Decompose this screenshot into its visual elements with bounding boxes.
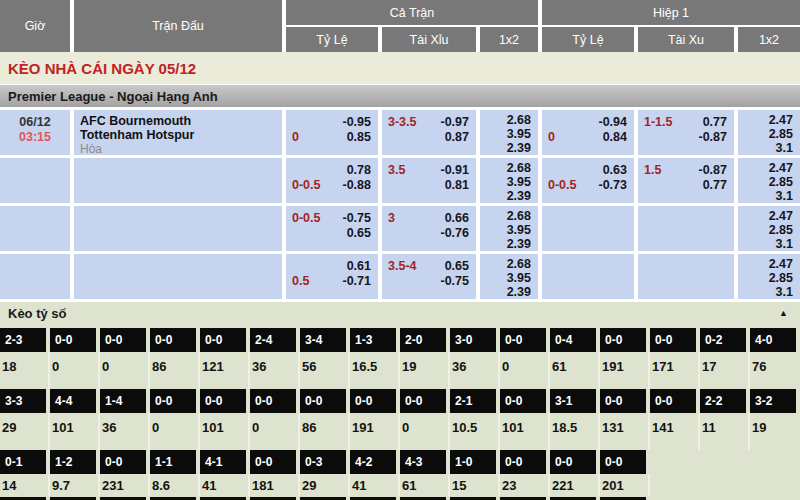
score-odd[interactable]: 41 (350, 474, 400, 496)
score-cell[interactable]: 2-4 (250, 328, 296, 352)
score-cell[interactable]: 1-4 (100, 389, 146, 413)
score-cell[interactable]: 4-2 (350, 450, 396, 474)
score-odd[interactable]: 121 (200, 352, 250, 389)
ft-handicap-odds[interactable]: 0.610.5-0.71 (286, 254, 378, 299)
score-cell[interactable]: 0-0 (50, 328, 96, 352)
score-odd[interactable]: 86 (150, 352, 200, 389)
score-cell[interactable]: 1-1 (150, 450, 196, 474)
score-odd[interactable]: 0 (500, 352, 550, 389)
score-odd[interactable]: 23 (500, 474, 550, 496)
score-cell[interactable]: 0-0 (300, 389, 346, 413)
score-odd[interactable]: 0 (100, 352, 150, 389)
score-cell[interactable]: 3-1 (550, 389, 596, 413)
score-odd[interactable]: 0 (400, 413, 450, 450)
h1-1x2-odds[interactable]: 2.472.853.1 (738, 254, 800, 299)
ft-1x2-odds[interactable]: 2.683.952.39 (480, 158, 538, 203)
score-odd[interactable]: 36 (250, 352, 300, 389)
score-odd[interactable]: 18.5 (550, 413, 600, 450)
collapse-arrow-icon[interactable]: ▲ (779, 308, 788, 318)
score-odd[interactable]: 191 (350, 413, 400, 450)
score-cell[interactable]: 2-3 (0, 328, 46, 352)
score-odd[interactable]: 19 (750, 413, 800, 450)
score-odd[interactable]: 191 (600, 352, 650, 389)
score-odd[interactable]: 29 (300, 474, 350, 496)
score-cell[interactable]: 0-0 (150, 328, 196, 352)
score-cell[interactable]: 3-4 (300, 328, 346, 352)
h1-handicap-odds[interactable] (542, 206, 634, 251)
score-odd[interactable]: 19 (400, 352, 450, 389)
ft-handicap-odds[interactable]: -0.9500.85 (286, 110, 378, 155)
score-cell[interactable]: 0-0 (650, 389, 696, 413)
score-odd[interactable]: 18 (0, 352, 50, 389)
score-cell[interactable]: 0-1 (0, 450, 46, 474)
h1-overunder-odds[interactable]: 1.5-0.870.77 (638, 158, 734, 203)
ft-1x2-odds[interactable]: 2.683.952.39 (480, 206, 538, 251)
score-odd[interactable]: 10.5 (450, 413, 500, 450)
score-odd[interactable]: 101 (50, 413, 100, 450)
score-odd[interactable]: 17 (700, 352, 750, 389)
score-odd[interactable]: 29 (0, 413, 50, 450)
score-odd[interactable]: 15 (450, 474, 500, 496)
h1-1x2-odds[interactable]: 2.472.853.1 (738, 206, 800, 251)
ft-1x2-odds[interactable]: 2.683.952.39 (480, 254, 538, 299)
ft-1x2-odds[interactable]: 2.683.952.39 (480, 110, 538, 155)
score-cell[interactable]: 4-1 (200, 450, 246, 474)
score-cell[interactable]: 0-0 (500, 450, 546, 474)
score-cell[interactable]: 0-0 (550, 450, 596, 474)
score-odd[interactable]: 181 (250, 474, 300, 496)
h1-1x2-odds[interactable]: 2.472.853.1 (738, 158, 800, 203)
score-cell[interactable]: 0-0 (500, 389, 546, 413)
score-cell[interactable]: 0-2 (700, 328, 746, 352)
score-cell[interactable]: 2-2 (700, 389, 746, 413)
score-odd[interactable]: 9.7 (50, 474, 100, 496)
score-odd[interactable]: 56 (300, 352, 350, 389)
score-cell[interactable]: 0-0 (600, 389, 646, 413)
score-odd[interactable]: 221 (550, 474, 600, 496)
score-cell[interactable]: 0-0 (350, 389, 396, 413)
score-cell[interactable]: 0-0 (400, 389, 446, 413)
score-odd[interactable]: 36 (450, 352, 500, 389)
score-cell[interactable]: 0-0 (200, 389, 246, 413)
score-odd[interactable]: 101 (500, 413, 550, 450)
score-cell[interactable]: 0-0 (250, 450, 296, 474)
score-cell[interactable]: 4-3 (400, 450, 446, 474)
score-cell[interactable]: 0-0 (600, 328, 646, 352)
score-cell[interactable]: 0-0 (500, 328, 546, 352)
ft-overunder-odds[interactable]: 3.5-0.910.81 (382, 158, 476, 203)
score-odd[interactable]: 36 (100, 413, 150, 450)
h1-handicap-odds[interactable] (542, 254, 634, 299)
score-cell[interactable]: 0-4 (550, 328, 596, 352)
score-cell[interactable]: 0-0 (650, 328, 696, 352)
score-odd[interactable]: 76 (750, 352, 800, 389)
score-cell[interactable]: 0-0 (600, 450, 646, 474)
ft-overunder-odds[interactable]: 3.5-40.65-0.75 (382, 254, 476, 299)
score-cell[interactable]: 3-2 (750, 389, 796, 413)
ft-handicap-odds[interactable]: 0-0.5-0.750.65 (286, 206, 378, 251)
score-odd[interactable]: 101 (200, 413, 250, 450)
score-odd[interactable]: 61 (400, 474, 450, 496)
score-odd[interactable]: 86 (300, 413, 350, 450)
score-cell[interactable]: 0-0 (150, 389, 196, 413)
ft-handicap-odds[interactable]: 0.780-0.5-0.88 (286, 158, 378, 203)
ft-overunder-odds[interactable]: 3-3.5-0.970.87 (382, 110, 476, 155)
score-odd[interactable]: 8.6 (150, 474, 200, 496)
score-odd[interactable]: 0 (50, 352, 100, 389)
score-cell[interactable]: 2-0 (400, 328, 446, 352)
score-section-header[interactable]: Kèo tỷ số ▲ (0, 302, 800, 324)
score-odd[interactable]: 201 (600, 474, 650, 496)
h1-overunder-odds[interactable] (638, 206, 734, 251)
score-odd[interactable]: 141 (650, 413, 700, 450)
score-odd[interactable]: 16.5 (350, 352, 400, 389)
score-cell[interactable]: 0-0 (250, 389, 296, 413)
h1-handicap-odds[interactable]: -0.9400.84 (542, 110, 634, 155)
score-odd[interactable]: 131 (600, 413, 650, 450)
score-odd[interactable]: 14 (0, 474, 50, 496)
score-cell[interactable]: 4-4 (50, 389, 96, 413)
score-cell[interactable]: 3-0 (450, 328, 496, 352)
score-odd[interactable]: 0 (250, 413, 300, 450)
score-odd[interactable]: 231 (100, 474, 150, 496)
score-cell[interactable]: 0-0 (200, 328, 246, 352)
score-cell[interactable]: 0-0 (100, 328, 146, 352)
score-cell[interactable]: 2-1 (450, 389, 496, 413)
score-cell[interactable]: 1-3 (350, 328, 396, 352)
